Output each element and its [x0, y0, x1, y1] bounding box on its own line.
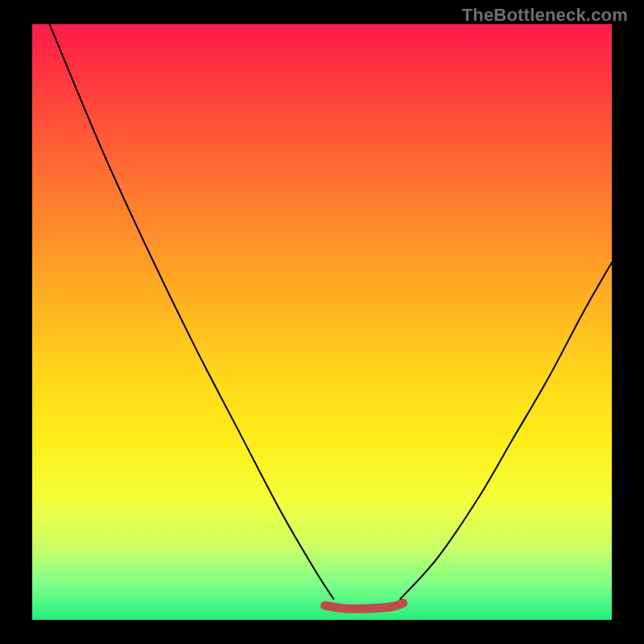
series-group	[50, 24, 612, 609]
plot-area	[32, 24, 612, 620]
series-right-ascent	[400, 262, 612, 599]
chart-frame: TheBottleneck.com	[0, 0, 644, 644]
series-left-descent	[50, 24, 334, 599]
series-valley-floor	[325, 603, 403, 609]
watermark-text: TheBottleneck.com	[462, 5, 628, 26]
curve-layer	[32, 24, 612, 620]
